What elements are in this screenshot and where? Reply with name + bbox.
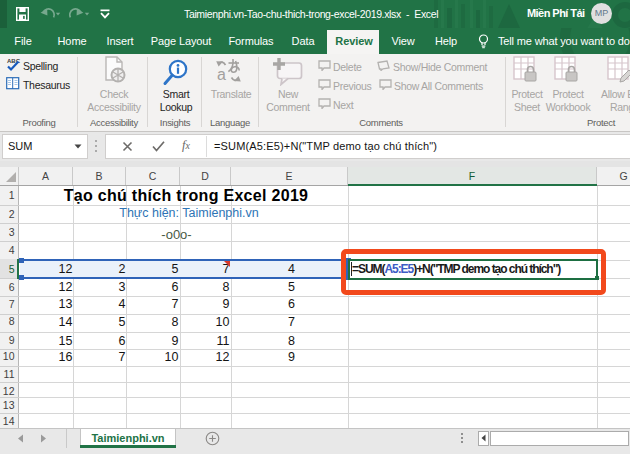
svg-text:ABC: ABC (7, 58, 21, 64)
svg-text:a: a (217, 66, 226, 83)
